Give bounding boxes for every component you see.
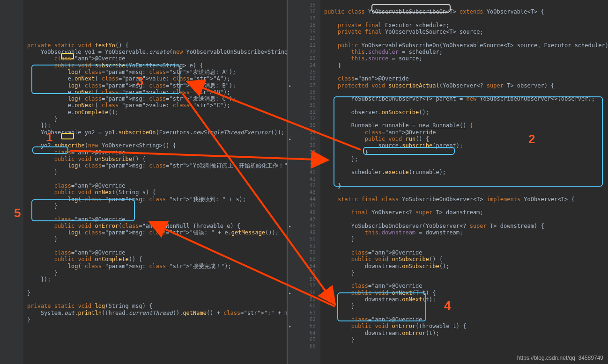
code-line[interactable]: log( class="param">msg: class="str">"我接收…: [27, 196, 287, 203]
code-line[interactable]: [27, 29, 287, 35]
code-line[interactable]: [324, 189, 608, 196]
code-line[interactable]: Runnable runnable = new Runnable() {: [324, 122, 608, 129]
code-line[interactable]: public void onNext(T t) {: [324, 290, 608, 296]
code-line[interactable]: });: [27, 276, 287, 283]
code-line[interactable]: });: [27, 122, 287, 129]
code-line[interactable]: observer.onSubscribe();: [324, 109, 608, 116]
code-line[interactable]: YoObservable yo2 = yo1.subscribeOn(Execu…: [27, 129, 287, 136]
code-line[interactable]: class="ann">@Override: [27, 55, 287, 62]
code-line[interactable]: public void onError(class="ann">@NonNull…: [27, 223, 287, 229]
code-line[interactable]: public void onSubscribe() {: [27, 156, 287, 162]
code-line[interactable]: public class YoObservableSubscribeOn<T> …: [324, 8, 608, 15]
code-line[interactable]: }: [324, 336, 608, 343]
code-line[interactable]: private static void log(String msg) {: [27, 303, 287, 309]
code-line[interactable]: [27, 15, 287, 22]
code-line[interactable]: [324, 69, 608, 75]
code-line[interactable]: log( class="param">msg: class="str">"发送消…: [27, 82, 287, 89]
code-line[interactable]: public void subscribe(YoEmitter<String> …: [27, 62, 287, 69]
code-line[interactable]: source.subscribe(parent);: [324, 142, 608, 149]
code-line[interactable]: }: [324, 182, 608, 189]
code-line[interactable]: }: [27, 236, 287, 242]
code-line[interactable]: [324, 276, 608, 283]
code-line[interactable]: [27, 2, 287, 8]
code-line[interactable]: [324, 89, 608, 95]
code-line[interactable]: }: [27, 116, 287, 122]
code-line[interactable]: [324, 343, 608, 349]
code-line[interactable]: e.onNext( class="param">value: class="st…: [27, 75, 287, 82]
code-line[interactable]: e.onComplete();: [27, 109, 287, 116]
code-line[interactable]: YoObservable yo1 = YoObservable.create(n…: [27, 49, 287, 55]
code-line[interactable]: static final class YoSubscribeOnObserver…: [324, 196, 608, 203]
code-line[interactable]: [27, 22, 287, 29]
code-line[interactable]: }: [27, 203, 287, 209]
code-line[interactable]: }: [324, 303, 608, 309]
code-line[interactable]: this.downstream = downstream;: [324, 229, 608, 236]
code-line[interactable]: System.out.println(Thread.currentThread(…: [27, 310, 287, 316]
code-line[interactable]: scheduler.execute(runnable);: [324, 169, 608, 175]
code-line[interactable]: [27, 283, 287, 289]
code-line[interactable]: [27, 296, 287, 303]
code-line[interactable]: private final Executor scheduler;: [324, 22, 608, 29]
code-line[interactable]: [324, 15, 608, 22]
code-line[interactable]: [27, 8, 287, 15]
code-line[interactable]: this.scheduler = scheduler;: [324, 49, 608, 55]
code-line[interactable]: class="ann">@Override: [27, 149, 287, 156]
code-line[interactable]: [324, 116, 608, 122]
code-line[interactable]: this.source = source;: [324, 55, 608, 62]
code-line[interactable]: class="ann">@Override: [324, 129, 608, 136]
code-line[interactable]: [324, 203, 608, 209]
code-line[interactable]: log( class="param">msg: class="str">"发送消…: [27, 69, 287, 75]
code-line[interactable]: }: [27, 316, 287, 323]
right-code[interactable]: public class YoObservableSubscribeOn<T> …: [320, 0, 608, 364]
code-line[interactable]: protected void subscribeActual(YoObserve…: [324, 82, 608, 89]
code-line[interactable]: class="ann">@Override: [324, 249, 608, 256]
left-code[interactable]: private static void testYo() { YoObserva…: [23, 0, 287, 364]
code-line[interactable]: }: [324, 236, 608, 242]
code-line[interactable]: [27, 176, 287, 182]
code-line[interactable]: [324, 310, 608, 316]
code-line[interactable]: downstream.onSubscribe();: [324, 263, 608, 269]
code-line[interactable]: e.onNext( class="param">value: class="st…: [27, 89, 287, 95]
code-line[interactable]: public void onError(Throwable t) {: [324, 323, 608, 329]
code-line[interactable]: [27, 243, 287, 249]
code-line[interactable]: }: [27, 269, 287, 276]
code-line[interactable]: [27, 35, 287, 42]
code-line[interactable]: class="ann">@Override: [27, 249, 287, 256]
code-line[interactable]: }: [27, 169, 287, 175]
code-line[interactable]: [324, 102, 608, 109]
code-line[interactable]: [27, 209, 287, 216]
code-line[interactable]: public void onComplete() {: [27, 256, 287, 262]
code-line[interactable]: class="ann">@Override: [324, 283, 608, 289]
code-line[interactable]: [324, 162, 608, 169]
code-line[interactable]: private final YoObservableSource<T> sour…: [324, 29, 608, 35]
code-line[interactable]: e.onNext( class="param">value: class="st…: [27, 102, 287, 109]
code-line[interactable]: public void onSubscribe() {: [324, 256, 608, 262]
code-line[interactable]: downstream.onNext(t);: [324, 296, 608, 303]
code-line[interactable]: log( class="param">msg: class="str">"错误:…: [27, 229, 287, 236]
code-line[interactable]: [324, 243, 608, 249]
code-line[interactable]: }: [324, 269, 608, 276]
code-line[interactable]: public void onNext(String s) {: [27, 189, 287, 196]
code-line[interactable]: class="ann">@Override: [27, 182, 287, 189]
code-line[interactable]: public void run() {: [324, 136, 608, 142]
code-line[interactable]: downstream.onError(t);: [324, 330, 608, 336]
code-line[interactable]: };: [324, 156, 608, 162]
code-line[interactable]: [324, 35, 608, 42]
code-line[interactable]: }: [324, 149, 608, 156]
code-line[interactable]: class="ann">@Override: [27, 216, 287, 223]
code-line[interactable]: [27, 136, 287, 142]
code-line[interactable]: yo2.subscribe(new YoObserver<String>() {: [27, 142, 287, 149]
code-line[interactable]: class="ann">@Override: [324, 75, 608, 82]
code-line[interactable]: [324, 2, 608, 8]
code-line[interactable]: final YoObserver<? super T> downstream;: [324, 209, 608, 216]
code-line[interactable]: log( class="param">msg: class="str">"接受完…: [27, 263, 287, 269]
code-line[interactable]: }: [27, 290, 287, 296]
code-line[interactable]: [324, 216, 608, 223]
code-line[interactable]: public YoObservableSubscribeOn(YoObserva…: [324, 42, 608, 49]
code-line[interactable]: log( class="param">msg: class="str">"Yo我…: [27, 162, 287, 169]
code-line[interactable]: YoSubscribeOnObserver<T> parent = new Yo…: [324, 95, 608, 102]
code-line[interactable]: [324, 176, 608, 182]
code-line[interactable]: private static void testYo() {: [27, 42, 287, 49]
code-line[interactable]: }: [324, 62, 608, 69]
code-line[interactable]: class="ann">@Override: [324, 316, 608, 323]
